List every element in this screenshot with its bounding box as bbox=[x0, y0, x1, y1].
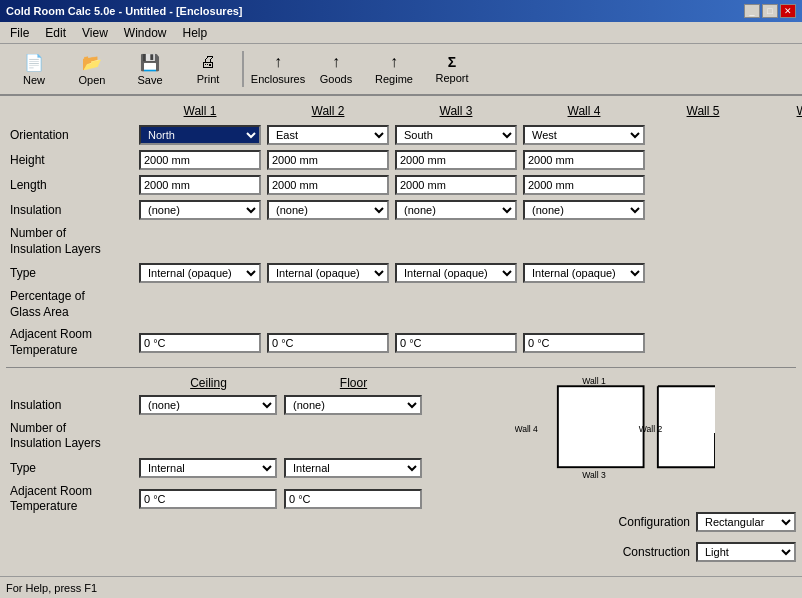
ceiling-floor-headers: Ceiling Floor bbox=[6, 376, 426, 390]
height-wall1-input[interactable]: 2000 mm bbox=[139, 150, 261, 170]
menu-edit[interactable]: Edit bbox=[39, 24, 72, 42]
status-bar: For Help, press F1 bbox=[0, 576, 802, 598]
orientation-label: Orientation bbox=[6, 126, 136, 144]
type-wall4-select[interactable]: Internal (opaque) bbox=[523, 263, 645, 283]
diagram-config-section: Wall 1 Wall 2 Wall 3 Wall 4 Configuratio… bbox=[434, 376, 796, 566]
orientation-wall2-select[interactable]: EastNorthSouthWest bbox=[267, 125, 389, 145]
menu-bar: File Edit View Window Help bbox=[0, 22, 802, 44]
type-wall4-cell: Internal (opaque) bbox=[520, 262, 648, 284]
type-row: Type Internal (opaque) Internal (opaque)… bbox=[6, 262, 796, 284]
wall1-diagram-label: Wall 1 bbox=[582, 376, 606, 386]
enclosures-button[interactable]: ↑ Enclosures bbox=[250, 47, 306, 91]
insulation-label: Insulation bbox=[6, 201, 136, 219]
wall3-diagram-label: Wall 3 bbox=[582, 469, 606, 479]
open-button[interactable]: 📂 Open bbox=[64, 47, 120, 91]
close-button[interactable]: ✕ bbox=[780, 4, 796, 18]
wall4-header: Wall 4 bbox=[520, 102, 648, 120]
new-icon: 📄 bbox=[24, 53, 44, 72]
wall2-header: Wall 2 bbox=[264, 102, 392, 120]
insulation-wall3-select[interactable]: (none) bbox=[395, 200, 517, 220]
construction-select[interactable]: Light Medium Heavy bbox=[696, 542, 796, 562]
adj-temp-wall3-input[interactable]: 0 °C bbox=[395, 333, 517, 353]
type-wall3-cell: Internal (opaque) bbox=[392, 262, 520, 284]
type-wall1-cell: Internal (opaque) bbox=[136, 262, 264, 284]
orientation-wall1-select[interactable]: NorthEastSouthWest bbox=[139, 125, 261, 145]
adj-temp-wall1-input[interactable]: 0 °C bbox=[139, 333, 261, 353]
floor-adj-temp-input[interactable]: 0 °C bbox=[284, 489, 422, 509]
header-empty bbox=[6, 102, 136, 120]
cf-insulation-label: Insulation bbox=[6, 396, 136, 414]
ceiling-floor-section: Ceiling Floor Insulation (none) (none) bbox=[6, 376, 426, 566]
adj-temp-wall1-cell: 0 °C bbox=[136, 332, 264, 354]
length-wall4-input[interactable]: 2000 mm bbox=[523, 175, 645, 195]
main-content: Wall 1 Wall 2 Wall 3 Wall 4 Wall 5 Wall … bbox=[0, 96, 802, 576]
menu-window[interactable]: Window bbox=[118, 24, 173, 42]
floor-insulation-select[interactable]: (none) bbox=[284, 395, 422, 415]
height-wall4-cell: 2000 mm bbox=[520, 149, 648, 171]
length-wall1-input[interactable]: 2000 mm bbox=[139, 175, 261, 195]
wall-diagram: Wall 1 Wall 2 Wall 3 Wall 4 bbox=[515, 376, 715, 506]
ceiling-insulation-select[interactable]: (none) bbox=[139, 395, 277, 415]
maximize-button[interactable]: □ bbox=[762, 4, 778, 18]
insulation-wall1-cell: (none) bbox=[136, 199, 264, 221]
wall4-diagram-label: Wall 4 bbox=[515, 424, 538, 434]
height-wall2-input[interactable]: 2000 mm bbox=[267, 150, 389, 170]
insulation-wall4-select[interactable]: (none) bbox=[523, 200, 645, 220]
enclosures-icon: ↑ bbox=[274, 53, 282, 71]
window-controls: _ □ ✕ bbox=[744, 4, 796, 18]
type-wall1-select[interactable]: Internal (opaque) bbox=[139, 263, 261, 283]
insulation-wall2-select[interactable]: (none) bbox=[267, 200, 389, 220]
menu-file[interactable]: File bbox=[4, 24, 35, 42]
ceiling-insulation-cell: (none) bbox=[136, 394, 281, 416]
height-wall1-cell: 2000 mm bbox=[136, 149, 264, 171]
goods-label: Goods bbox=[320, 73, 352, 85]
length-wall2-cell: 2000 mm bbox=[264, 174, 392, 196]
floor-type-select[interactable]: Internal bbox=[284, 458, 422, 478]
cf-type-label: Type bbox=[6, 459, 136, 477]
orientation-wall4-select[interactable]: WestNorthEastSouth bbox=[523, 125, 645, 145]
regime-button[interactable]: ↑ Regime bbox=[366, 47, 422, 91]
cf-num-layers-label: Number ofInsulation Layers bbox=[6, 419, 136, 454]
ceiling-type-select[interactable]: Internal bbox=[139, 458, 277, 478]
height-wall3-cell: 2000 mm bbox=[392, 149, 520, 171]
length-wall3-input[interactable]: 2000 mm bbox=[395, 175, 517, 195]
new-button[interactable]: 📄 New bbox=[6, 47, 62, 91]
cf-header-empty bbox=[6, 376, 136, 390]
print-button[interactable]: 🖨 Print bbox=[180, 47, 236, 91]
orientation-wall2-cell: EastNorthSouthWest bbox=[264, 124, 392, 146]
adj-temp-wall4-input[interactable]: 0 °C bbox=[523, 333, 645, 353]
num-layers-wall1-cell bbox=[136, 241, 264, 243]
num-layers-wall4-cell bbox=[520, 241, 648, 243]
type-wall3-select[interactable]: Internal (opaque) bbox=[395, 263, 517, 283]
height-wall3-input[interactable]: 2000 mm bbox=[395, 150, 517, 170]
ceiling-adj-temp-input[interactable]: 0 °C bbox=[139, 489, 277, 509]
height-wall4-input[interactable]: 2000 mm bbox=[523, 150, 645, 170]
report-button[interactable]: Σ Report bbox=[424, 47, 480, 91]
length-wall4-cell: 2000 mm bbox=[520, 174, 648, 196]
insulation-wall1-select[interactable]: (none) bbox=[139, 200, 261, 220]
num-insulation-layers-row: Number ofInsulation Layers bbox=[6, 224, 796, 259]
wall-diagram-container: Wall 1 Wall 2 Wall 3 Wall 4 bbox=[434, 376, 796, 506]
print-label: Print bbox=[197, 73, 220, 85]
menu-view[interactable]: View bbox=[76, 24, 114, 42]
insulation-wall4-cell: (none) bbox=[520, 199, 648, 221]
length-row: Length 2000 mm 2000 mm 2000 mm 2000 mm bbox=[6, 174, 796, 196]
orientation-wall4-cell: WestNorthEastSouth bbox=[520, 124, 648, 146]
goods-button[interactable]: ↑ Goods bbox=[308, 47, 364, 91]
status-text: For Help, press F1 bbox=[6, 582, 97, 594]
type-wall2-select[interactable]: Internal (opaque) bbox=[267, 263, 389, 283]
floor-num-layers-cell bbox=[281, 435, 426, 437]
menu-help[interactable]: Help bbox=[177, 24, 214, 42]
adjacent-temp-row: Adjacent RoomTemperature 0 °C 0 °C 0 °C … bbox=[6, 325, 796, 360]
length-wall2-input[interactable]: 2000 mm bbox=[267, 175, 389, 195]
save-button[interactable]: 💾 Save bbox=[122, 47, 178, 91]
adj-temp-wall2-input[interactable]: 0 °C bbox=[267, 333, 389, 353]
orientation-wall3-select[interactable]: SouthNorthEastWest bbox=[395, 125, 517, 145]
minimize-button[interactable]: _ bbox=[744, 4, 760, 18]
glass-wall1-cell bbox=[136, 304, 264, 306]
configuration-select[interactable]: Rectangular L-Shape T-Shape bbox=[696, 512, 796, 532]
configuration-label: Configuration bbox=[610, 515, 690, 529]
open-icon: 📂 bbox=[82, 53, 102, 72]
insulation-wall3-cell: (none) bbox=[392, 199, 520, 221]
construction-row: Construction Light Medium Heavy bbox=[434, 542, 796, 562]
